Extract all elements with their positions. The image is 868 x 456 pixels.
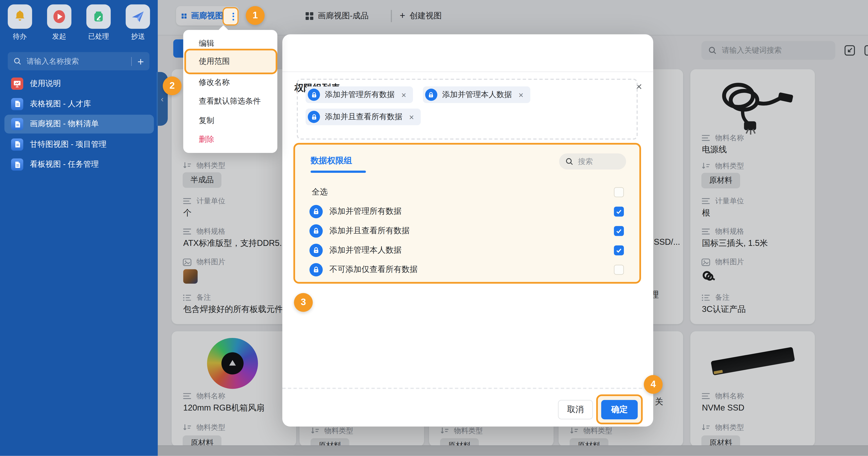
annotation-highlight-confirm: 确定 [596,395,643,424]
sidebar-item-gantt-view[interactable]: 甘特图视图 - 项目管理 [4,135,154,153]
quick-action-label: 抄送 [131,32,145,41]
tag-label: 添加并管理所有数据 [325,90,395,100]
kebab-menu-icon [229,11,237,22]
search-icon [13,57,22,65]
option-checkbox[interactable] [614,206,624,216]
quick-action-label: 发起 [52,32,66,41]
annotation-badge-4: 4 [644,375,662,394]
annotation-highlight-permission-panel: 数据权限组 搜索 全选 添加并管理所有数据 添加并且查看所有数据 [293,143,641,284]
quick-action-processed[interactable]: 已处理 [81,4,116,41]
annotation-badge-1: 1 [246,6,265,25]
sidebar-item-label: 表格视图 - 人才库 [30,99,91,109]
lock-icon [308,111,320,123]
menu-item-usage-scope[interactable]: 使用范围 [183,52,277,71]
lock-icon [425,89,437,101]
permission-option-row: 添加并管理所有数据 [295,202,643,221]
divider [282,72,653,72]
quick-action-initiate[interactable]: 发起 [41,4,77,41]
guide-icon [11,78,23,90]
add-view-button[interactable]: + [137,56,144,67]
lock-icon [309,224,323,237]
doc-icon [11,98,23,110]
select-all-row: 全选 [295,182,643,202]
permission-option-row: 不可添加仅查看所有数据 [295,260,643,279]
select-all-checkbox[interactable] [614,187,624,197]
sidebar-item-label: 画廊视图 - 物料清单 [30,119,99,129]
permission-option-row: 添加并管理本人数据 [295,240,643,260]
doc-icon [11,158,23,171]
paper-plane-icon [126,4,150,29]
footer-divider [282,388,653,389]
sidebar-search-input[interactable]: 请输入名称搜索 + [8,52,149,70]
select-all-label: 全选 [312,187,328,197]
menu-item-rename[interactable]: 修改名称 [183,73,277,92]
permission-tag: 添加并且查看所有数据 × [306,109,421,125]
menu-item-copy[interactable]: 复制 [183,111,277,130]
lock-icon [309,244,323,257]
remove-tag-icon[interactable]: × [519,90,523,99]
play-icon [47,4,71,29]
doc-icon [11,138,23,150]
menu-item-view-default-filters[interactable]: 查看默认筛选条件 [183,92,277,111]
sidebar-item-guide[interactable]: 使用说明 [4,74,154,93]
cancel-button[interactable]: 取消 [558,400,593,419]
lock-icon [308,89,320,101]
remove-tag-icon[interactable]: × [409,113,414,121]
menu-item-delete[interactable]: 删除 [183,130,277,149]
tag-label: 添加并且查看所有数据 [325,112,403,122]
selected-permission-tags: 添加并管理所有数据 × 添加并管理本人数据 × 添加并且查看所有数据 × [297,79,638,140]
sidebar-search-placeholder: 请输入名称搜索 [27,56,126,66]
permission-modal: 权限组列表 × 添加并管理所有数据 × 添加并管理本人数据 × 添加并且查看所有… [282,34,653,427]
permission-tag: 添加并管理本人数据 × [423,86,530,103]
option-label: 添加并管理本人数据 [329,245,402,255]
sidebar-nav: 使用说明 表格视图 - 人才库 画廊视图 - 物料清单 甘特图视图 - 项目管理 [4,74,154,175]
option-label: 不可添加仅查看所有数据 [329,264,418,275]
context-menu: 编辑 使用范围 修改名称 查看默认筛选条件 复制 删除 [183,30,277,153]
option-label: 添加并且查看所有数据 [329,226,410,236]
option-checkbox[interactable] [614,264,624,274]
annotation-highlight-kebab [222,7,239,26]
quick-action-label: 已处理 [88,32,109,41]
panel-search-input[interactable]: 搜索 [559,153,626,169]
doc-icon [11,118,23,130]
quick-actions: 待办 发起 已处理 抄送 [0,4,158,41]
lock-icon [309,263,323,276]
tag-label: 添加并管理本人数据 [442,90,512,100]
remove-tag-icon[interactable]: × [401,90,406,99]
bell-icon [7,4,32,29]
sidebar-item-kanban-view[interactable]: 看板视图 - 任务管理 [4,155,154,174]
search-icon [565,158,574,166]
sidebar-item-table-view[interactable]: 表格视图 - 人才库 [4,94,154,113]
permission-tag: 添加并管理所有数据 × [306,86,413,103]
panel-search-placeholder: 搜索 [578,156,593,167]
annotation-badge-3: 3 [294,293,313,312]
divider [131,57,132,65]
permission-option-row: 添加并且查看所有数据 [295,221,643,240]
pencil-box-icon [86,4,111,29]
sidebar-item-gallery-view[interactable]: 画廊视图 - 物料清单 [4,115,154,134]
option-label: 添加并管理所有数据 [329,206,402,217]
option-checkbox[interactable] [614,226,624,236]
sidebar-item-label: 使用说明 [30,79,61,89]
quick-action-label: 待办 [13,32,27,41]
lock-icon [309,205,323,218]
sidebar-item-label: 甘特图视图 - 项目管理 [30,139,106,149]
option-checkbox[interactable] [614,245,624,255]
app-root: 待办 发起 已处理 抄送 请输入 [0,0,868,456]
sidebar: 待办 发起 已处理 抄送 请输入 [0,0,158,456]
tab-underline [311,171,366,173]
sidebar-item-label: 看板视图 - 任务管理 [30,160,99,169]
annotation-badge-2: 2 [163,77,182,95]
quick-action-todo[interactable]: 待办 [2,4,37,41]
tab-data-permission-group[interactable]: 数据权限组 [311,155,352,166]
quick-action-cc[interactable]: 抄送 [120,4,156,41]
confirm-button[interactable]: 确定 [601,400,638,419]
